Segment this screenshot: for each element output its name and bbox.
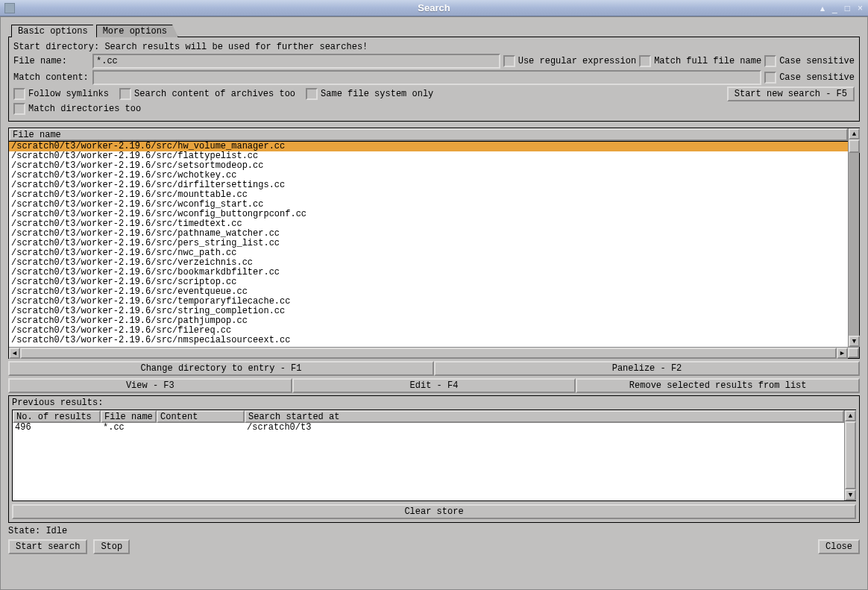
- edit-button[interactable]: Edit - F4: [292, 378, 576, 393]
- results-header-row: File name: [9, 128, 848, 142]
- titlebar: Search ▴ _ □ ×: [0, 0, 868, 16]
- clear-store-button[interactable]: Clear store: [12, 504, 856, 519]
- minimize-icon[interactable]: _: [830, 3, 840, 13]
- matchfull-checkbox[interactable]: [639, 55, 651, 67]
- prev-header-filename[interactable]: File name: [101, 410, 157, 423]
- casesens2-checkbox[interactable]: [764, 72, 776, 84]
- regex-label: Use regular expression: [518, 56, 636, 66]
- filename-input[interactable]: [92, 54, 500, 69]
- archives-label: Search content of archives too: [134, 89, 295, 99]
- panelize-button[interactable]: Panelize - F2: [434, 361, 860, 376]
- results-header-filename[interactable]: File name: [9, 128, 848, 141]
- follow-symlinks-checkbox[interactable]: [13, 88, 25, 100]
- options-body: Start directory: Search results will be …: [8, 37, 860, 122]
- previous-results-table: No. of results File name Content pattern…: [12, 409, 856, 501]
- close-button[interactable]: Close: [818, 539, 860, 554]
- previous-results-body[interactable]: 496*.cc/scratch0/t3: [13, 423, 844, 500]
- scroll-up-icon[interactable]: ▲: [845, 410, 856, 421]
- matchdirs-label: Match directories too: [28, 104, 141, 114]
- maximize-icon[interactable]: □: [843, 3, 852, 13]
- status-label: State: Idle: [8, 526, 860, 536]
- start-search-button[interactable]: Start search: [8, 539, 87, 554]
- scroll-up-icon[interactable]: ▲: [849, 128, 860, 139]
- change-directory-button[interactable]: Change directory to entry - F1: [8, 361, 434, 376]
- clear-store-row: Clear store: [12, 504, 856, 519]
- previous-headers: No. of results File name Content pattern…: [13, 410, 844, 423]
- casesens-label: Case sensitive: [779, 56, 855, 66]
- prev-header-num[interactable]: No. of results: [13, 410, 101, 423]
- archives-checkbox[interactable]: [119, 88, 131, 100]
- filename-label: File name:: [13, 56, 89, 66]
- tab-basic-options[interactable]: Basic options: [11, 25, 99, 37]
- results-panel: File name /scratch0/t3/worker-2.19.6/src…: [8, 128, 860, 359]
- previous-scrollbar-vertical[interactable]: ▲ ▼: [844, 410, 855, 500]
- prev-header-started[interactable]: Search started at: [245, 410, 844, 423]
- tab-row: Basic options More options: [8, 25, 860, 37]
- casesens2-label: Case sensitive: [779, 72, 855, 83]
- scroll-left-icon[interactable]: ◀: [9, 348, 20, 359]
- samefs-label: Same file system only: [321, 89, 433, 99]
- follow-symlinks-label: Follow symlinks: [28, 89, 109, 99]
- window-title: Search: [418, 2, 450, 13]
- matchdirs-checkbox[interactable]: [13, 103, 25, 115]
- casesens-checkbox[interactable]: [764, 55, 776, 67]
- footer-row: Start search Stop Close: [8, 539, 860, 554]
- samefs-checkbox[interactable]: [306, 88, 318, 100]
- matchfull-label: Match full file name: [654, 56, 761, 66]
- results-scrollbar-horizontal[interactable]: ◀ ▶: [9, 347, 859, 358]
- matchcontent-input[interactable]: [92, 70, 761, 85]
- rollup-icon[interactable]: ▴: [818, 3, 827, 13]
- result-row[interactable]: /scratch0/t3/worker-2.19.6/src/nmspecial…: [9, 336, 848, 345]
- previous-results-label: Previous results:: [12, 398, 856, 408]
- close-icon[interactable]: ×: [855, 3, 865, 13]
- prev-header-content[interactable]: Content pattern: [157, 410, 245, 423]
- matchcontent-label: Match content:: [13, 72, 89, 83]
- tab-more-options[interactable]: More options: [96, 25, 178, 37]
- results-scrollbar-vertical[interactable]: ▲ ▼: [848, 128, 859, 347]
- view-button[interactable]: View - F3: [8, 378, 292, 393]
- previous-result-row[interactable]: 496*.cc/scratch0/t3: [13, 423, 844, 433]
- start-directory-hint: Start directory: Search results will be …: [13, 42, 368, 52]
- stop-button[interactable]: Stop: [93, 539, 130, 554]
- action-row-2: View - F3 Edit - F4 Remove selected resu…: [8, 378, 860, 393]
- scroll-right-icon[interactable]: ▶: [837, 348, 848, 359]
- window-controls: ▴ _ □ ×: [818, 3, 865, 13]
- regex-checkbox[interactable]: [503, 55, 515, 67]
- previous-results-panel: Previous results: No. of results File na…: [8, 395, 860, 523]
- remove-selected-button[interactable]: Remove selected results from list: [576, 378, 860, 393]
- start-new-search-button[interactable]: Start new search - F5: [727, 87, 855, 101]
- window-body: Basic options More options Start directo…: [0, 16, 868, 590]
- results-list[interactable]: /scratch0/t3/worker-2.19.6/src/hw_volume…: [9, 142, 848, 347]
- app-icon: [4, 3, 15, 13]
- options-container: Basic options More options Start directo…: [8, 25, 860, 122]
- scroll-down-icon[interactable]: ▼: [849, 336, 860, 347]
- action-row-1: Change directory to entry - F1 Panelize …: [8, 361, 860, 376]
- scroll-down-icon[interactable]: ▼: [845, 489, 856, 500]
